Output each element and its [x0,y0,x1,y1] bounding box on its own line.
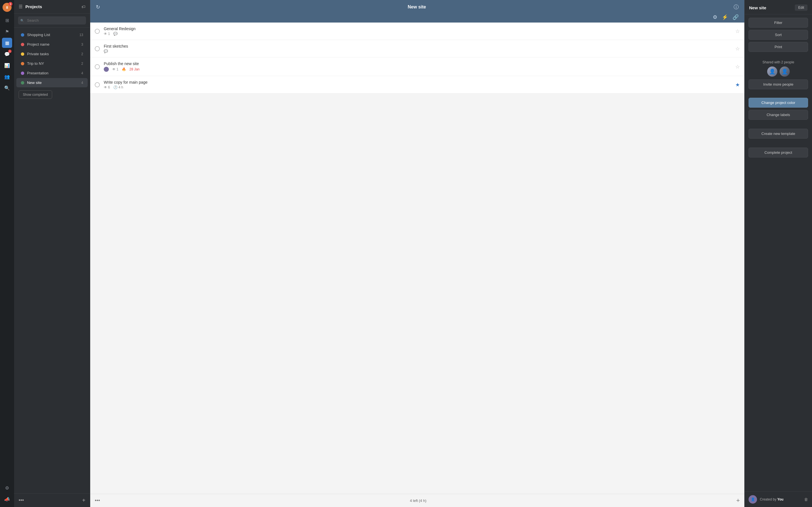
comment-count: 👁 6 [104,86,110,89]
flag-icon[interactable]: ⚑ [2,26,12,37]
task-info: First sketches 💬 [104,44,735,53]
task-info: Publish the new site 👁 1 🔥 28 Jan [104,61,735,72]
main-project-title: New site [408,4,426,10]
creator-row: 👤 Created by You 🗑 [745,492,812,507]
delete-button[interactable]: 🗑 [804,497,808,502]
project-item-private-tasks[interactable]: Private tasks 2 [16,49,88,59]
project-item-trip-to-ny[interactable]: Trip to NY 2 [16,59,88,68]
main-more-button[interactable]: ••• [95,498,100,504]
settings-icon[interactable]: ⚙ [2,483,12,493]
project-color-dot [21,52,24,56]
task-meta: 👁 1 🔥 28 Jan [104,67,735,72]
edit-button[interactable]: Edit [795,4,808,11]
task-checkbox[interactable] [95,29,100,34]
project-count: 4 [81,81,83,85]
grid-icon[interactable]: ▦ [2,38,12,48]
project-item-project-name[interactable]: Project name 3 [16,40,88,49]
change-labels-button[interactable]: Change labels [749,110,808,120]
panel-title: New site [749,5,766,10]
bubble-icon: 💬 [104,49,108,53]
chat-notification: 1 [8,50,11,53]
complete-project-button[interactable]: Complete project [749,148,808,158]
refresh-button[interactable]: ↻ [96,4,100,10]
shared-avatar-2: 👤 [779,66,790,76]
sidebar-add-button[interactable]: + [82,497,86,504]
show-completed-section: Show completed [14,88,90,102]
star-button[interactable]: ☆ [735,46,740,52]
panel-actions: Filter Sort Print [745,14,812,57]
print-button[interactable]: Print [749,42,808,52]
complete-section: Complete project [745,144,812,163]
home-icon[interactable]: ⊞ [2,15,12,25]
sidebar-header: ☰ Projects 🏷 [14,0,90,13]
main-footer: ••• 4 left (4 h) + [90,494,744,507]
notification-badge: 1 [8,2,12,6]
project-list: Shopping List 13 Project name 3 Private … [14,27,90,494]
search-icon[interactable]: 🔍 [2,83,12,93]
task-info: Write copy for main page 👁 6 🕐 4 h [104,80,735,89]
project-name: Trip to NY [27,61,81,66]
shared-section: Shared with 2 people 👤 👤 Invite more peo… [745,57,812,94]
task-name: General Redesign [104,26,735,31]
icon-bar: 8 1 ⊞ ⚑ ▦ 💬 1 📊 👥 🔍 ⚙ 📣 [0,0,14,507]
project-item-new-site[interactable]: New site 4 [16,78,88,87]
shared-label: Shared with 2 people [749,60,808,64]
main-header: ↻ New site ⓘ [90,0,744,14]
task-name: First sketches [104,44,735,48]
table-row: First sketches 💬 ☆ [90,40,744,57]
task-info: General Redesign 👁 1 💬 [104,26,735,36]
star-button[interactable]: ☆ [735,28,740,34]
shared-avatars: 👤 👤 [749,66,808,76]
project-color-dot [21,33,24,37]
tag-icon[interactable]: 🏷 [82,4,86,9]
shared-avatar-1: 👤 [767,66,777,76]
project-count: 2 [81,62,83,66]
template-section: Create new template [745,125,812,144]
filter-button[interactable]: Filter [749,18,808,27]
gear-icon[interactable]: ⚙ [713,14,717,20]
project-name: New site [27,80,81,85]
add-task-button[interactable]: + [736,497,740,504]
info-button[interactable]: ⓘ [733,4,739,10]
megaphone-icon[interactable]: 📣 [2,494,12,504]
chart-icon[interactable]: 📊 [2,60,12,70]
creator-text: Created by You [760,497,801,501]
project-count: 3 [81,43,83,47]
project-item-shopping-list[interactable]: Shopping List 13 [16,30,88,40]
search-section [14,13,90,27]
sidebar-footer: ••• + [14,494,90,507]
change-project-color-button[interactable]: Change project color [749,98,808,108]
main-content: ↻ New site ⓘ ⚙ ⚡ 🔗 General Redesign 👁 1 … [90,0,744,507]
bolt-icon[interactable]: ⚡ [722,14,728,20]
link-icon[interactable]: 🔗 [732,14,739,20]
chat-icon[interactable]: 💬 1 [2,49,12,59]
projects-icon: ☰ [18,4,22,9]
task-meta: 👁 6 🕐 4 h [104,86,735,89]
show-completed-button[interactable]: Show completed [18,91,52,99]
star-button[interactable]: ★ [735,82,740,88]
task-name: Publish the new site [104,61,735,66]
invite-people-button[interactable]: Invite more people [749,79,808,89]
star-button[interactable]: ☆ [735,64,740,70]
creator-avatar: 👤 [749,495,757,504]
sort-button[interactable]: Sort [749,30,808,40]
create-template-button[interactable]: Create new template [749,129,808,138]
people-icon[interactable]: 👥 [2,71,12,82]
project-count: 4 [81,71,83,75]
task-checkbox[interactable] [95,64,100,69]
task-status: 4 left (4 h) [410,499,426,503]
project-name: Presentation [27,71,81,75]
project-name: Private tasks [27,52,81,56]
task-checkbox[interactable] [95,82,100,87]
project-count: 13 [80,33,83,37]
comment-icon: 👁 1 [104,32,110,36]
user-avatar[interactable]: 8 1 [3,3,11,12]
sidebar-title: Projects [26,4,79,9]
project-item-presentation[interactable]: Presentation 4 [16,68,88,78]
sidebar-more-button[interactable]: ••• [18,497,24,503]
search-input[interactable] [18,16,86,24]
right-panel-header: New site Edit [745,0,812,14]
project-color-dot [21,43,24,46]
project-color-dot [21,71,24,75]
task-checkbox[interactable] [95,46,100,51]
